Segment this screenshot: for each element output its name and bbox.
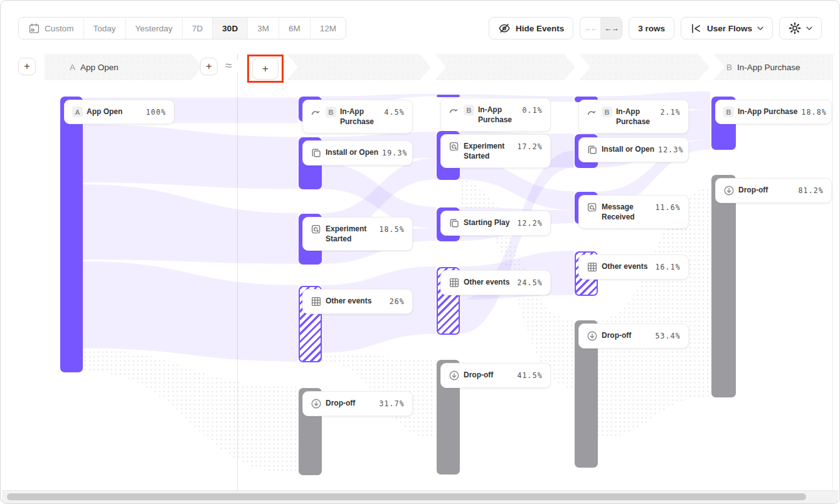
collapse-expand-control: →← ←→ (580, 17, 622, 39)
node-label: Install or Open (602, 144, 654, 154)
horizontal-scrollbar-track[interactable] (2, 491, 838, 503)
flow-bar[interactable] (711, 175, 736, 397)
collapse-icon: →← (583, 24, 597, 33)
expand-columns-button[interactable]: ←→ (601, 18, 622, 39)
date-range-30d[interactable]: 30D (212, 18, 247, 39)
node-percent: 18.5% (379, 224, 405, 234)
flow-node-card[interactable]: Message Received 11.6% (578, 195, 689, 229)
step-name: App Open (80, 63, 119, 72)
user-flows-dropdown[interactable]: User Flows (681, 17, 773, 39)
flow-node-card[interactable]: Drop-off 41.5% (440, 363, 551, 388)
grid-icon (449, 277, 460, 288)
node-percent: 53.4% (655, 330, 681, 341)
flows-chart-icon (690, 23, 702, 34)
calendar-icon (28, 23, 40, 34)
hide-events-button[interactable]: Hide Events (489, 17, 573, 39)
add-step-new-button[interactable]: + (252, 58, 279, 80)
step-badge: B (602, 107, 612, 117)
grid-icon (587, 261, 598, 273)
node-percent: 11.6% (655, 202, 681, 213)
trend-arrow-icon (587, 107, 598, 118)
flow-node-card[interactable]: Other events 26% (302, 289, 413, 314)
node-label: Drop-off (738, 185, 768, 195)
date-range-6m[interactable]: 6M (279, 18, 310, 39)
settings-dropdown[interactable] (779, 17, 822, 39)
steps-header: + A App Open + B In-App Purchase (1, 54, 839, 80)
flow-node-card[interactable]: Other events 16.1% (578, 255, 689, 280)
flow-bar[interactable] (60, 97, 83, 372)
node-percent: 41.5% (517, 370, 543, 381)
flow-ribbon (83, 125, 298, 189)
node-label: Message Received (602, 202, 647, 222)
node-percent: 0.1% (523, 105, 543, 115)
date-range-yesterday[interactable]: Yesterday (125, 18, 183, 39)
click-target-icon (311, 224, 322, 235)
node-percent: 12.2% (517, 218, 543, 228)
node-label: Other events (326, 296, 371, 306)
date-range-12m[interactable]: 12M (310, 18, 346, 39)
flow-node-card[interactable]: B In-App Purchase 0.1% (440, 98, 551, 132)
drop-off-icon (449, 370, 460, 381)
step-label: B In-App Purchase (726, 63, 800, 72)
step-band-app-open[interactable]: A App Open (45, 54, 203, 80)
flow-ribbon (83, 350, 298, 475)
drop-off-icon (723, 185, 735, 196)
step-band-2[interactable] (287, 54, 431, 80)
step-badge-letter: B (726, 63, 732, 72)
flow-bar[interactable] (437, 95, 460, 97)
step-band-3[interactable] (435, 54, 575, 80)
date-range-3m[interactable]: 3M (247, 18, 279, 39)
node-percent: 12.3% (658, 144, 684, 155)
eye-off-icon (498, 22, 511, 34)
trend-arrow-icon (311, 107, 322, 118)
date-range-7d[interactable]: 7D (182, 18, 212, 39)
node-percent: 26% (390, 296, 405, 307)
step-badge: B (464, 105, 474, 115)
flow-node-card[interactable]: Install or Open 12.3% (578, 137, 689, 162)
flow-node-card[interactable]: B In-App Purchase 4.5% (302, 100, 413, 134)
overlapping-squares-icon (587, 144, 598, 155)
flow-node-card[interactable]: Starting Play 12.2% (440, 211, 551, 236)
node-label: Drop-off (602, 330, 631, 340)
step-band-4[interactable] (579, 54, 710, 80)
date-range-group: Custom Today Yesterday 7D 30D 3M 6M 12M (18, 17, 346, 39)
rows-button[interactable]: 3 rows (629, 17, 674, 39)
node-label: In-App Purchase (616, 107, 657, 127)
flow-node-card[interactable]: Drop-off 31.7% (302, 391, 413, 416)
flow-node-card[interactable]: Other events 24.5% (440, 270, 551, 295)
step-band-in-app-purchase[interactable]: B In-App Purchase (713, 54, 832, 80)
step-badge: B (326, 107, 336, 117)
collapse-columns-button[interactable]: →← (580, 18, 601, 39)
flow-node-card[interactable]: Drop-off 53.4% (578, 323, 689, 349)
step-name: In-App Purchase (737, 63, 800, 72)
flow-node-card[interactable]: A App Open 100% (64, 100, 174, 124)
flow-node-card[interactable]: Install or Open 19.3% (302, 140, 413, 165)
hide-events-label: Hide Events (516, 24, 564, 33)
date-range-custom[interactable]: Custom (19, 18, 83, 39)
flow-node-card[interactable]: B In-App Purchase 2.1% (578, 100, 689, 134)
approx-icon: ≈ (225, 59, 231, 73)
horizontal-scrollbar-thumb[interactable] (7, 493, 806, 500)
date-range-today[interactable]: Today (83, 18, 125, 39)
node-percent: 18.8% (801, 107, 827, 117)
date-range-label: 6M (289, 24, 300, 33)
expand-icon: ←→ (605, 24, 619, 33)
drop-off-icon (311, 398, 322, 409)
flow-node-card[interactable]: B In-App Purchase 18.8% (715, 100, 832, 124)
user-flows-page: A App Open 100% B In-App Purchase 4.5% (0, 0, 840, 504)
node-label: In-App Purchase (478, 105, 519, 125)
add-step-before-button[interactable]: + (18, 58, 36, 75)
node-percent: 81.2% (798, 185, 824, 196)
date-range-label: Custom (45, 24, 74, 33)
node-percent: 31.7% (379, 398, 405, 409)
node-label: Drop-off (464, 370, 493, 380)
add-step-after-a-button[interactable]: + (200, 58, 218, 75)
plus-icon: + (206, 60, 212, 73)
step-badge-letter: A (70, 63, 75, 72)
flow-node-card[interactable]: Experiment Started 17.2% (440, 134, 551, 168)
flow-node-card[interactable]: Drop-off 81.2% (715, 178, 832, 203)
node-percent: 24.5% (517, 277, 543, 288)
flow-node-card[interactable]: Experiment Started 18.5% (302, 217, 413, 251)
node-label: Drop-off (326, 398, 355, 408)
toolbar-right: Hide Events →← ←→ 3 rows User Flows (489, 17, 822, 39)
